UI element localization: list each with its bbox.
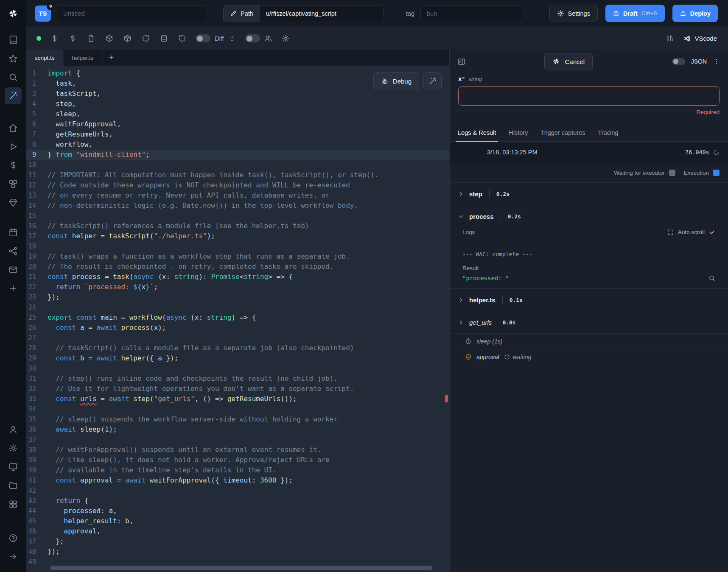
- timeline-row-helper[interactable]: helper.ts 0.1s: [450, 288, 728, 311]
- code-line[interactable]: 39 // Like sleep(), it does not hold a w…: [26, 455, 449, 465]
- sidebar-item-folders[interactable]: [5, 477, 22, 494]
- code-line[interactable]: 45 helper_result: b,: [26, 516, 449, 526]
- sidebar-item-add[interactable]: [5, 280, 22, 297]
- database-button[interactable]: [160, 34, 168, 42]
- code-line[interactable]: 40 // available in the timeline step's d…: [26, 465, 449, 475]
- timeline-row-process[interactable]: process 0.2s: [450, 205, 728, 227]
- code-line[interactable]: 48});: [26, 547, 449, 557]
- multiplayer-toggle[interactable]: [245, 34, 260, 42]
- loop-button[interactable]: [142, 34, 150, 42]
- secrets-button[interactable]: [69, 34, 77, 42]
- code-line[interactable]: 23});: [26, 292, 449, 302]
- library-button[interactable]: [666, 34, 674, 42]
- code-line[interactable]: 20// The result is checkpointed — on ret…: [26, 262, 449, 272]
- code-line[interactable]: 44 processed: a,: [26, 506, 449, 516]
- code-line[interactable]: 12// Code outside these wrappers is NOT …: [26, 180, 449, 190]
- tab-helper-ts[interactable]: helper.ts: [64, 50, 103, 66]
- timeline-row-approval[interactable]: approval waiting: [450, 349, 728, 365]
- tab-tracing[interactable]: Tracing: [591, 124, 624, 141]
- code-line[interactable]: 46 approval,: [26, 526, 449, 536]
- code-line[interactable]: 47 };: [26, 536, 449, 547]
- sidebar-item-workers[interactable]: [5, 458, 22, 475]
- package-button[interactable]: [123, 34, 132, 42]
- code-line[interactable]: 29 const b = await helper({ a });: [26, 353, 449, 363]
- sidebar-item-mail[interactable]: [5, 261, 22, 278]
- code-line[interactable]: 34: [26, 404, 449, 414]
- sidebar-collapse[interactable]: [5, 548, 22, 565]
- draft-button[interactable]: Draft Ctrl+S: [605, 5, 665, 22]
- refresh-button[interactable]: [178, 34, 186, 42]
- kebab-menu[interactable]: [713, 58, 720, 65]
- code-line[interactable]: 38 // waitForApproval() suspends until a…: [26, 445, 449, 455]
- code-line[interactable]: 28 // taskScript() calls a module file a…: [26, 343, 449, 353]
- code-line[interactable]: 17const helper = taskScript("./helper.ts…: [26, 231, 449, 241]
- path-button[interactable]: Path: [223, 5, 260, 22]
- code-line[interactable]: 18: [26, 241, 449, 251]
- add-tab-button[interactable]: +: [103, 50, 120, 66]
- timeline-row-step[interactable]: step 0.2s: [450, 182, 728, 205]
- tab-trigger-captures[interactable]: Trigger captures: [534, 124, 591, 141]
- sidebar-item-help[interactable]: [5, 530, 22, 547]
- sidebar-item-settings[interactable]: [5, 440, 22, 457]
- code-line[interactable]: 35 // sleep() suspends the workflow serv…: [26, 414, 449, 424]
- autoscroll-checkbox[interactable]: [709, 229, 715, 235]
- path-input[interactable]: [260, 5, 384, 22]
- code-line[interactable]: 30: [26, 363, 449, 374]
- code-line[interactable]: 13// on every resume or retry. Never put…: [26, 190, 449, 201]
- diff-toggle[interactable]: [196, 34, 210, 42]
- sidebar-item-runs[interactable]: [5, 138, 22, 155]
- editor-settings-button[interactable]: [282, 34, 290, 42]
- expand-logs-button[interactable]: [667, 229, 674, 235]
- sidebar-item-resources[interactable]: [5, 176, 22, 193]
- timeline-row-sleep[interactable]: sleep (1s): [450, 333, 728, 349]
- code-line[interactable]: 9} from "windmill-client";: [26, 150, 449, 160]
- ai-wand-button[interactable]: [423, 72, 442, 90]
- sidebar-item-account[interactable]: [5, 421, 22, 438]
- variables-button[interactable]: [50, 34, 59, 42]
- sidebar-item-assets[interactable]: [5, 194, 22, 211]
- code-line[interactable]: 37: [26, 435, 449, 445]
- tab-script-ts[interactable]: script.ts: [26, 50, 64, 66]
- timeline-row-get-urls[interactable]: get_urls 0.0s: [450, 311, 728, 333]
- debug-button[interactable]: Debug: [373, 72, 419, 90]
- sidebar-item-triggers[interactable]: [5, 243, 22, 259]
- sidebar-item-ai[interactable]: [5, 87, 22, 104]
- code-line[interactable]: 27: [26, 333, 449, 343]
- sidebar-item-variables[interactable]: [5, 157, 22, 174]
- resource-cube-button[interactable]: [105, 34, 113, 42]
- code-line[interactable]: 24: [26, 302, 449, 313]
- code-line[interactable]: 21const process = task(async (x: string)…: [26, 272, 449, 282]
- collapse-panel-button[interactable]: [457, 58, 465, 66]
- tag-input[interactable]: [420, 5, 522, 22]
- code-editor[interactable]: 1import {2 task,3 taskScript,4 step,5 sl…: [26, 66, 449, 572]
- code-line[interactable]: 4 step,: [26, 99, 449, 109]
- code-line[interactable]: 19// task() wraps a function as a workfl…: [26, 251, 449, 262]
- code-line[interactable]: 43 return {: [26, 496, 449, 506]
- code-line[interactable]: 22 return `processed: ${x}`;: [26, 282, 449, 292]
- code-line[interactable]: 5 sleep,: [26, 109, 449, 119]
- code-line[interactable]: 8 workflow,: [26, 140, 449, 150]
- inspect-result-button[interactable]: [708, 275, 715, 282]
- code-line[interactable]: 14// non-deterministic logic (e.g. Date.…: [26, 201, 449, 211]
- code-line[interactable]: 36 await sleep(1);: [26, 424, 449, 435]
- log-output[interactable]: --- WAC: complete ---: [458, 235, 720, 260]
- settings-button[interactable]: Settings: [549, 5, 598, 22]
- code-line[interactable]: 6 waitForApproval,: [26, 119, 449, 129]
- deploy-button[interactable]: Deploy: [672, 5, 718, 22]
- code-line[interactable]: 26 const a = await process(x);: [26, 323, 449, 333]
- code-line[interactable]: 25export const main = workflow(async (x:…: [26, 313, 449, 323]
- file-button[interactable]: [87, 34, 95, 42]
- tab-history[interactable]: History: [502, 124, 534, 141]
- code-line[interactable]: 15: [26, 211, 449, 221]
- windmill-logo[interactable]: [5, 5, 22, 22]
- code-line[interactable]: 32 // Use it for lightweight operations …: [26, 384, 449, 394]
- code-line[interactable]: 31 // step() runs inline code and checkp…: [26, 374, 449, 384]
- tab-logs-result[interactable]: Logs & Result: [451, 124, 502, 141]
- cancel-button[interactable]: Cancel: [544, 53, 593, 70]
- code-line[interactable]: 11// IMPORTANT: All computation must hap…: [26, 170, 449, 180]
- sidebar-item-search[interactable]: [5, 69, 22, 86]
- code-line[interactable]: 41 const approval = await waitForApprova…: [26, 475, 449, 486]
- code-line[interactable]: 16// taskScript() references a module fi…: [26, 221, 449, 231]
- vscode-button[interactable]: VScode: [683, 35, 717, 42]
- json-toggle[interactable]: [672, 58, 685, 65]
